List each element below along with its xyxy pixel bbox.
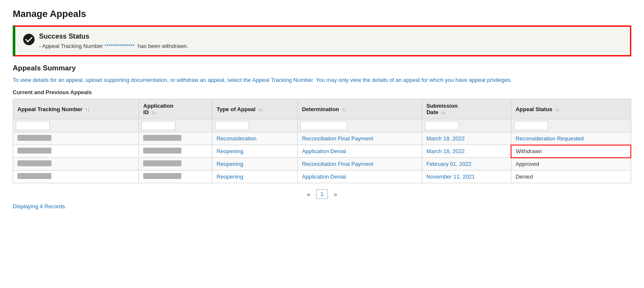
masked-tracking-1 [17,135,51,141]
table-label: Current and Previous Appeals [13,89,631,95]
table-header-row: Appeal Tracking Number ↑↓ ApplicationID … [13,99,631,119]
cell-date-3: February 01, 2022 [422,158,511,171]
cell-tracking-2[interactable] [13,145,139,158]
sort-icon-determination[interactable]: ↑↓ [342,107,346,112]
cell-date-2: March 18, 2022 [422,145,511,158]
success-banner-title: Success Status [39,33,188,40]
filter-determination[interactable] [297,119,422,132]
cell-date-4: November 11, 2021 [422,171,511,183]
filter-date[interactable] [422,119,511,132]
filter-appid[interactable] [139,119,212,132]
filter-input-status[interactable] [514,121,548,130]
pagination: « 1 » [13,189,631,199]
col-appeal-status[interactable]: Appeal Status ↑↓ [511,99,631,119]
masked-tracking-number: ************** [105,43,135,49]
cell-tracking-3[interactable] [13,158,139,171]
cell-tracking-1[interactable] [13,132,139,145]
appeals-table: Appeal Tracking Number ↑↓ ApplicationID … [13,99,631,183]
col-appeal-tracking-number[interactable]: Appeal Tracking Number ↑↓ [13,99,139,119]
col-determination[interactable]: Determination ↑↓ [297,99,422,119]
masked-appid-1 [143,135,181,141]
col-type-of-appeal[interactable]: Type of Appeal ↑↓ [212,99,297,119]
filter-input-determination[interactable] [300,121,347,130]
cell-status-3: Approved [511,158,631,171]
cell-determination-4: Application Denial [297,171,422,183]
cell-date-1: March 18, 2022 [422,132,511,145]
cell-status-1: Reconsideration Requested [511,132,631,145]
cell-status-4: Denied [511,171,631,183]
cell-type-2: Reopening [212,145,297,158]
appeals-summary-title: Appeals Summary [13,64,631,73]
next-page-button[interactable]: » [332,190,339,199]
cell-appid-1 [139,132,212,145]
table-row: Reopening Application Denial November 11… [13,171,631,183]
sort-icon-tracking[interactable]: ↑↓ [85,107,90,112]
table-row: Reconsideration Reconciliation Final Pay… [13,132,631,145]
cell-determination-2: Application Denial [297,145,422,158]
cell-determination-1: Reconciliation Final Payment [297,132,422,145]
success-banner: Success Status - Appeal Tracking Number … [13,25,631,56]
cell-appid-2 [139,145,212,158]
cell-appid-4 [139,171,212,183]
sort-icon-type[interactable]: ↑↓ [258,107,263,112]
col-application-id[interactable]: ApplicationID ↑↓ [139,99,212,119]
masked-tracking-2 [17,148,51,154]
col-submission-date[interactable]: SubmissionDate ↑↓ [422,99,511,119]
page-title: Manage Appeals [13,8,631,20]
current-page[interactable]: 1 [316,189,328,199]
filter-input-date[interactable] [425,121,459,130]
cell-type-1: Reconsideration [212,132,297,145]
sort-icon-status[interactable]: ↑↓ [555,107,559,112]
masked-appid-3 [143,160,181,166]
filter-input-appid[interactable] [141,121,175,130]
cell-type-4: Reopening [212,171,297,183]
cell-tracking-4[interactable] [13,171,139,183]
sort-icon-appid[interactable]: ↑↓ [152,110,156,115]
sort-icon-date[interactable]: ↑↓ [441,110,445,115]
table-row: Reopening Application Denial March 18, 2… [13,145,631,158]
filter-type[interactable] [212,119,297,132]
masked-appid-2 [143,148,181,154]
prev-page-button[interactable]: « [305,190,312,199]
masked-tracking-4 [17,173,51,179]
table-row: Reopening Reconciliation Final Payment F… [13,158,631,171]
masked-tracking-3 [17,160,51,166]
filter-status[interactable] [511,119,631,132]
filter-input-tracking[interactable] [16,121,50,130]
masked-appid-4 [143,173,181,179]
cell-appid-3 [139,158,212,171]
filter-input-type[interactable] [215,121,249,130]
cell-type-3: Reopening [212,158,297,171]
filter-tracking[interactable] [13,119,139,132]
svg-point-0 [23,34,34,45]
cell-status-2-withdrawn: Withdrawn [511,145,631,158]
displaying-records-text: Displaying 4 Records. [13,203,631,210]
cell-determination-3: Reconciliation Final Payment [297,158,422,171]
success-check-icon [23,34,35,45]
success-banner-message: - Appeal Tracking Number ************** … [39,43,188,49]
instruction-text: To view details for an appeal, upload su… [13,77,631,83]
filter-row [13,119,631,132]
